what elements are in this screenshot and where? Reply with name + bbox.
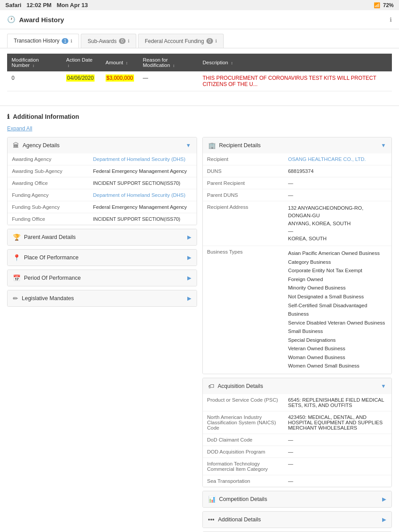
awarding-agency-value[interactable]: Department of Homeland Security (DHS): [93, 156, 192, 162]
acquisition-details-icon: 🏷: [208, 383, 214, 390]
award-history-title: Award History: [19, 16, 64, 23]
funding-office-label: Funding Office: [12, 216, 93, 222]
agency-details-title: Agency Details: [23, 142, 59, 149]
place-of-performance-header[interactable]: 📍 Place Of Performance ▶: [8, 250, 197, 266]
tab-transaction-history[interactable]: Transaction History 1 ℹ: [7, 34, 79, 48]
additional-details-chevron: ▶: [382, 516, 386, 523]
parent-recipient-value: —: [288, 180, 387, 186]
tab-federal-account-label: Federal Account Funding: [145, 38, 204, 44]
history-icon: 🕐: [7, 16, 16, 23]
award-history-info-icon[interactable]: ℹ: [390, 16, 392, 23]
agency-details-header-left: 🏛 Agency Details: [13, 142, 59, 149]
psc-value: 6545: REPLENISHABLE FIELD MEDICAL SETS, …: [288, 397, 387, 408]
funding-agency-value[interactable]: Department of Homeland Security (DHS): [93, 192, 192, 198]
acquisition-details-title: Acquisition Details: [218, 383, 263, 389]
dod-acquisition-value: —: [288, 449, 387, 454]
agency-details-header[interactable]: 🏛 Agency Details ▼: [8, 137, 197, 153]
col-reason[interactable]: Reason for Modification ↕: [138, 54, 198, 71]
acquisition-details-header[interactable]: 🏷 Acquisition Details ▼: [203, 378, 392, 394]
competition-details-header[interactable]: 📊 Competition Details ▶: [203, 491, 392, 507]
col-amount[interactable]: Amount ↕: [101, 54, 138, 71]
recipient-details-accordion: 🏢 Recipient Details ▼ Recipient OSANG HE…: [202, 137, 392, 374]
additional-info-header: ℹ Additional Information: [0, 106, 399, 124]
detail-row: Business Types Asian Pacific American Ow…: [203, 246, 392, 374]
awarding-subagency-value: Federal Emergency Management Agency: [93, 168, 192, 174]
col-modification-number[interactable]: Modification Number ↕: [7, 54, 62, 71]
battery-icon: 72%: [383, 2, 394, 8]
place-performance-header-left: 📍 Place Of Performance: [13, 254, 79, 261]
detail-row: Parent DUNS —: [203, 189, 392, 201]
it-category-label: Information Technology Commercial Item C…: [207, 461, 288, 472]
detail-row: DoD Claimant Code —: [203, 434, 392, 446]
dod-claimant-label: DoD Claimant Code: [207, 437, 288, 442]
transaction-table: Modification Number ↕ Action Date ↕ Amou…: [7, 54, 392, 91]
detail-row: Parent Recipient —: [203, 177, 392, 189]
funding-subagency-value: Federal Emergency Management Agency: [93, 204, 192, 210]
detail-row: North American Industry Classification S…: [203, 411, 392, 434]
naics-label: North American Industry Classification S…: [207, 415, 288, 430]
legislative-mandates-title: Legislative Mandates: [22, 295, 74, 301]
competition-details-chevron: ▶: [382, 496, 386, 502]
place-of-performance-icon: 📍: [13, 254, 20, 261]
tab-transaction-history-badge: 1: [62, 38, 69, 44]
detail-row: Product or Service Code (PSC) 6545: REPL…: [203, 394, 392, 411]
detail-row: Sea Transportation —: [203, 475, 392, 487]
period-of-performance-accordion: 📅 Period Of Performance ▶: [7, 270, 197, 286]
period-of-performance-icon: 📅: [13, 274, 20, 282]
cell-amount: $3,000,000: [101, 71, 138, 91]
it-category-value: —: [288, 461, 387, 472]
detail-row: DUNS 688195374: [203, 165, 392, 177]
period-of-performance-header[interactable]: 📅 Period Of Performance ▶: [8, 270, 197, 286]
col-action-date[interactable]: Action Date ↕: [62, 54, 101, 71]
detail-row: Recipient OSANG HEALTHCARE CO., LTD.: [203, 153, 392, 165]
detail-row: Recipient Address 132 ANYANGCHEONDONG-RO…: [203, 201, 392, 246]
tab-sub-awards-badge: 0: [119, 38, 126, 44]
detail-row: Awarding Office INCIDENT SUPPORT SECTION…: [8, 177, 197, 189]
expand-all-button[interactable]: Expand All: [0, 124, 399, 137]
tab-federal-account[interactable]: Federal Account Funding 0 ℹ: [138, 34, 224, 48]
competition-details-title: Competition Details: [219, 496, 267, 502]
sort-icon-date: ↕: [67, 63, 70, 68]
recipient-details-header[interactable]: 🏢 Recipient Details ▼: [203, 137, 392, 153]
col-description[interactable]: Description ↕: [198, 54, 392, 71]
recipient-address-value: 132 ANYANGCHEONDONG-RO, DONGAN-GUANYANG,…: [288, 204, 387, 243]
parent-award-icon: 🏆: [13, 234, 20, 241]
legislative-mandates-icon: ✏: [13, 295, 18, 302]
time: 12:02 PM: [27, 2, 51, 8]
detail-row: Funding Office INCIDENT SUPPORT SECTION(…: [8, 213, 197, 225]
sort-icon-amount: ↕: [126, 61, 128, 65]
additional-details-header-left: ••• Additional Details: [208, 516, 261, 523]
detail-row: Funding Sub-Agency Federal Emergency Man…: [8, 201, 197, 213]
status-bar: Safari 12:02 PM Mon Apr 13 📶 72%: [0, 0, 399, 10]
detail-row: Awarding Sub-Agency Federal Emergency Ma…: [8, 165, 197, 177]
parent-award-title: Parent Award Details: [24, 234, 76, 240]
detail-row: Awarding Agency Department of Homeland S…: [8, 153, 197, 165]
tab-federal-account-badge: 0: [206, 38, 213, 44]
parent-award-header[interactable]: 🏆 Parent Award Details ▶: [8, 229, 197, 245]
parent-duns-label: Parent DUNS: [207, 192, 288, 198]
additional-details-title: Additional Details: [218, 516, 261, 523]
wifi-icon: 📶: [374, 2, 380, 8]
parent-award-chevron: ▶: [187, 234, 191, 240]
additional-info-title: Additional Information: [13, 113, 79, 120]
detail-row: Funding Agency Department of Homeland Se…: [8, 189, 197, 201]
competition-details-header-left: 📊 Competition Details: [208, 496, 267, 503]
legislative-mandates-header[interactable]: ✏ Legislative Mandates ▶: [8, 290, 197, 306]
recipient-details-header-left: 🏢 Recipient Details: [208, 142, 261, 149]
recipient-value[interactable]: OSANG HEALTHCARE CO., LTD.: [288, 156, 387, 162]
funding-agency-label: Funding Agency: [12, 192, 93, 198]
duns-value: 688195374: [288, 168, 387, 174]
additional-details-header[interactable]: ••• Additional Details ▶: [203, 512, 392, 528]
place-of-performance-accordion: 📍 Place Of Performance ▶: [7, 249, 197, 266]
business-types-value: Asian Pacific American Owned Business Ca…: [288, 249, 387, 371]
sort-icon-mod: ↕: [32, 63, 35, 68]
sea-transport-value: —: [288, 478, 387, 484]
tab-sub-awards[interactable]: Sub-Awards 0 ℹ: [81, 34, 136, 48]
additional-details-accordion: ••• Additional Details ▶: [202, 511, 392, 528]
award-history-header: 🕐 Award History ℹ: [0, 10, 399, 29]
tab-sub-awards-info: ℹ: [128, 39, 130, 43]
legislative-mandates-header-left: ✏ Legislative Mandates: [13, 295, 74, 302]
funding-subagency-label: Funding Sub-Agency: [12, 204, 93, 210]
competition-details-accordion: 📊 Competition Details ▶: [202, 491, 392, 508]
recipient-label: Recipient: [207, 156, 288, 162]
